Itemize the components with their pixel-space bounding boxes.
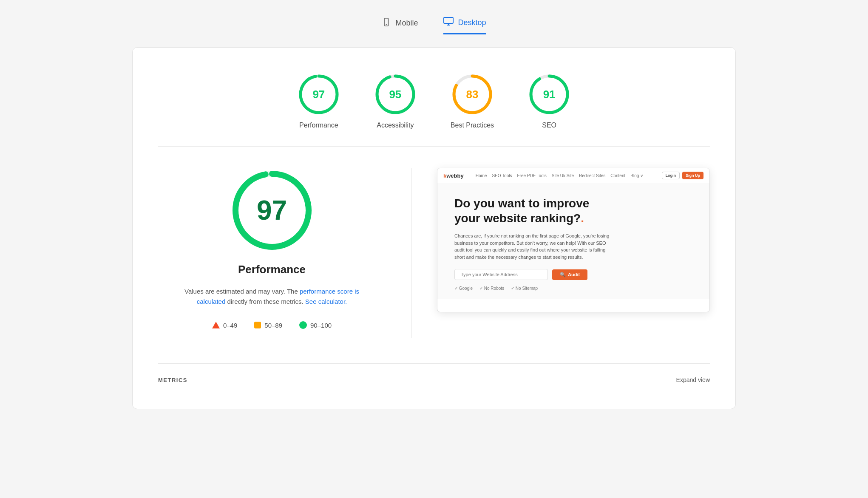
score-value-performance: 97 xyxy=(312,88,325,101)
score-label-seo: SEO xyxy=(542,122,556,129)
tab-mobile-label: Mobile xyxy=(395,19,418,28)
screenshot-login-btn[interactable]: Login xyxy=(662,172,680,179)
screenshot-header: kwebby Home SEO Tools Free PDF Tools Sit… xyxy=(437,168,709,183)
score-circle-seo: 91 xyxy=(528,73,570,116)
desktop-icon xyxy=(443,17,454,28)
screenshot-input-row: 🔍 Audit xyxy=(454,269,692,280)
legend-mid-range: 50–89 xyxy=(264,322,282,329)
score-circle-best-practices: 83 xyxy=(451,73,494,116)
score-value-accessibility: 95 xyxy=(389,88,401,101)
big-score-value: 97 xyxy=(257,195,287,226)
detail-title: Performance xyxy=(238,263,306,276)
vertical-divider xyxy=(411,168,411,338)
score-label-best-practices: Best Practices xyxy=(451,122,494,129)
legend-mid: 50–89 xyxy=(254,322,282,329)
big-score-circle: 97 xyxy=(230,168,315,253)
score-legend: 0–49 50–89 90–100 xyxy=(212,321,332,329)
metrics-section: METRICS Expand view xyxy=(158,363,710,383)
score-circle-accessibility: 95 xyxy=(374,73,417,116)
detail-left: 97 Performance Values are estimated and … xyxy=(158,168,386,329)
expand-view-button[interactable]: Expand view xyxy=(676,376,710,383)
hero-dot: . xyxy=(581,212,584,225)
legend-high-range: 90–100 xyxy=(310,322,332,329)
legend-low-range: 0–49 xyxy=(223,322,237,329)
screenshot-checks: ✓ Google ✓ No Robots ✓ No Sitemap xyxy=(454,286,692,291)
legend-circle-icon xyxy=(299,321,307,329)
legend-high: 90–100 xyxy=(299,321,332,329)
section-divider xyxy=(158,146,710,147)
screenshot-body: Do you want to improve your website rank… xyxy=(437,183,709,299)
screenshot-audit-btn[interactable]: 🔍 Audit xyxy=(552,269,587,280)
calculator-link[interactable]: See calculator. xyxy=(305,298,347,305)
main-card: 97 Performance 95 Accessibility xyxy=(132,47,736,409)
screenshot-url-input[interactable] xyxy=(454,269,548,280)
tab-mobile[interactable]: Mobile xyxy=(382,17,418,34)
detail-description: Values are estimated and may vary. The p… xyxy=(183,286,361,307)
legend-low: 0–49 xyxy=(212,322,237,329)
score-label-accessibility: Accessibility xyxy=(377,122,414,129)
screenshot-signup-btn[interactable]: Sign Up xyxy=(682,172,703,179)
metrics-header: METRICS Expand view xyxy=(158,376,710,383)
legend-square-icon xyxy=(254,322,261,328)
detail-section: 97 Performance Values are estimated and … xyxy=(158,159,710,346)
svg-rect-2 xyxy=(444,17,453,23)
screenshot-hero-title: Do you want to improve your website rank… xyxy=(454,196,599,226)
screenshot-nav: Home SEO Tools Free PDF Tools Site Uk Si… xyxy=(476,173,643,178)
desc-text-1: Values are estimated and may vary. The xyxy=(184,288,300,295)
screenshot-hero-desc: Chances are, if you're not ranking on th… xyxy=(454,232,616,260)
website-screenshot: kwebby Home SEO Tools Free PDF Tools Sit… xyxy=(437,168,710,312)
screenshot-logo-text: webby xyxy=(446,173,463,179)
screenshot-logo: kwebby xyxy=(443,173,464,179)
score-best-practices: 83 Best Practices xyxy=(451,73,494,129)
score-performance: 97 Performance xyxy=(298,73,340,129)
legend-triangle-icon xyxy=(212,322,220,328)
metrics-title: METRICS xyxy=(158,377,187,383)
tab-desktop-label: Desktop xyxy=(458,18,486,27)
score-label-performance: Performance xyxy=(299,122,338,129)
tab-bar: Mobile Desktop xyxy=(132,8,736,34)
score-accessibility: 95 Accessibility xyxy=(374,73,417,129)
score-seo: 91 SEO xyxy=(528,73,570,129)
scores-row: 97 Performance 95 Accessibility xyxy=(158,65,710,142)
mobile-icon xyxy=(382,17,391,29)
desc-text-2: directly from these metrics. xyxy=(225,298,305,305)
score-value-seo: 91 xyxy=(543,88,556,101)
tab-desktop[interactable]: Desktop xyxy=(443,17,486,34)
score-circle-performance: 97 xyxy=(298,73,340,116)
score-value-best-practices: 83 xyxy=(466,88,479,101)
detail-right: kwebby Home SEO Tools Free PDF Tools Sit… xyxy=(437,168,710,312)
